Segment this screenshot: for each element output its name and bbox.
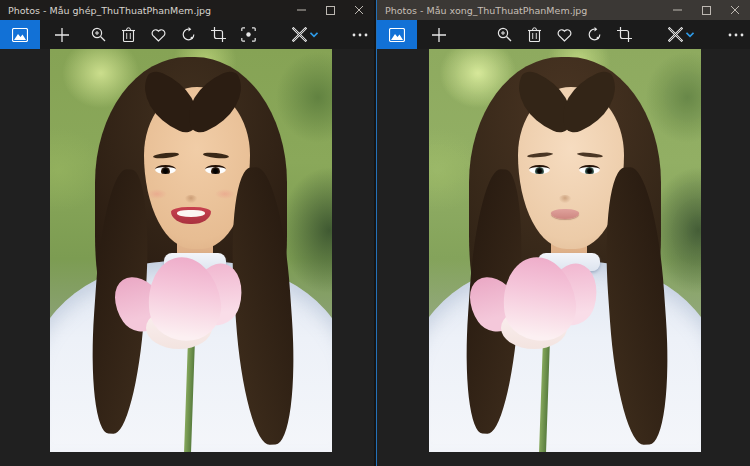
chevron-down-icon [686, 32, 694, 38]
add-button[interactable] [55, 28, 69, 42]
edit-create-button[interactable] [668, 27, 694, 42]
rotate-icon [181, 27, 196, 42]
zoom-icon [91, 27, 106, 42]
add-button[interactable] [432, 28, 446, 42]
titlebar[interactable]: Photos - Mẫu xong_ThuThuatPhanMem.jpg [377, 0, 750, 20]
photo-after[interactable]: Sau [429, 49, 701, 452]
photos-window-after: Photos - Mẫu xong_ThuThuatPhanMem.jpg [376, 0, 750, 466]
crop-button[interactable] [616, 27, 632, 43]
minimize-icon [297, 5, 307, 15]
edit-create-icon [292, 27, 307, 42]
minimize-button[interactable] [287, 0, 316, 20]
add-icon [432, 28, 446, 42]
see-more-icon [352, 33, 368, 37]
maximize-button[interactable] [316, 0, 345, 20]
toolbar [377, 20, 750, 49]
photos-app-icon [12, 28, 28, 42]
photo-before[interactable]: Trước [50, 49, 332, 452]
zoom-button[interactable] [496, 27, 512, 43]
heart-icon [557, 28, 572, 42]
delete-icon [528, 27, 541, 42]
caption-buttons [663, 0, 750, 20]
maximize-icon [702, 6, 711, 15]
maximize-button[interactable] [692, 0, 721, 20]
lotus-flower-group [50, 49, 332, 452]
titlebar[interactable]: Photos - Mẫu ghép_ThuThuatPhanMem.jpg [0, 0, 374, 20]
minimize-icon [673, 5, 683, 15]
desktop-stage: Photos - Mẫu ghép_ThuThuatPhanMem.jpg [0, 0, 750, 466]
see-more-button[interactable] [352, 27, 368, 43]
maximize-icon [326, 6, 335, 15]
caption-buttons [287, 0, 374, 20]
rotate-icon [587, 27, 602, 42]
window-title: Photos - Mẫu xong_ThuThuatPhanMem.jpg [377, 5, 663, 16]
photos-app-icon [389, 28, 405, 42]
see-more-button[interactable] [728, 27, 744, 43]
crop-button[interactable] [210, 27, 226, 43]
add-icon [55, 28, 69, 42]
window-title: Photos - Mẫu ghép_ThuThuatPhanMem.jpg [0, 5, 287, 16]
photos-window-before: Photos - Mẫu ghép_ThuThuatPhanMem.jpg [0, 0, 374, 466]
close-button[interactable] [721, 0, 750, 20]
see-all-photos-button[interactable] [377, 20, 417, 49]
delete-icon [122, 27, 135, 42]
crop-icon [617, 27, 632, 42]
crop-icon [211, 27, 226, 42]
see-all-photos-button[interactable] [0, 20, 40, 49]
rotate-button[interactable] [180, 27, 196, 43]
delete-button[interactable] [120, 27, 136, 43]
toolbar [0, 20, 374, 49]
edit-create-icon [668, 27, 683, 42]
favorite-button[interactable] [556, 27, 572, 43]
zoom-button[interactable] [90, 27, 106, 43]
close-icon [731, 6, 740, 15]
see-more-icon [728, 33, 744, 37]
rotate-button[interactable] [586, 27, 602, 43]
edit-create-button[interactable] [292, 27, 318, 42]
minimize-button[interactable] [663, 0, 692, 20]
zoom-icon [497, 27, 512, 42]
close-button[interactable] [345, 0, 374, 20]
enhance-icon [241, 27, 256, 42]
heart-icon [151, 28, 166, 42]
lotus-flower-group [429, 49, 677, 452]
enhance-button[interactable] [240, 27, 256, 43]
close-icon [355, 6, 364, 15]
delete-button[interactable] [526, 27, 542, 43]
favorite-button[interactable] [150, 27, 166, 43]
chevron-down-icon [310, 32, 318, 38]
